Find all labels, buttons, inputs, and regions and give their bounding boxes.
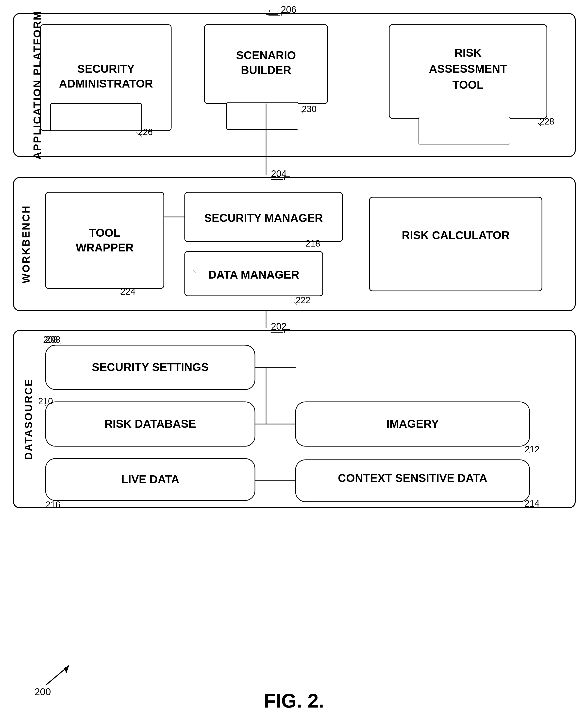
ref-202-brace: ⌐	[283, 323, 290, 337]
context-sensitive-box	[296, 460, 530, 502]
ref-222-path	[294, 302, 297, 304]
ref-208-label: 208	[46, 335, 60, 345]
datasource-label: DATASOURCE	[23, 379, 34, 460]
datasource-box	[14, 330, 575, 508]
ref-228-path	[538, 123, 541, 126]
ref-206-curve: ⌐	[269, 5, 274, 15]
risk-assessment-inner-box	[419, 117, 510, 144]
ref-230-path	[300, 111, 303, 114]
ref-204-brace: ⌐	[283, 170, 290, 184]
scenario-builder-label: SCENARIO	[236, 49, 296, 62]
imagery-label: IMAGERY	[386, 417, 439, 430]
ref-216: 216	[46, 500, 60, 510]
security-admin-label2: ADMINISTRATOR	[59, 77, 153, 90]
arrow-200-line	[46, 666, 69, 685]
live-data-label: LIVE DATA	[121, 473, 179, 486]
ref-204: 204	[271, 169, 287, 179]
security-admin-label: SECURITY	[77, 62, 135, 75]
ref-222: 222	[296, 295, 310, 305]
ref-208: 208	[43, 335, 58, 345]
risk-assessment-box	[389, 25, 547, 118]
data-manager-label: DATA MANAGER	[208, 268, 299, 281]
security-settings-box	[46, 345, 255, 389]
ref-220: 220	[190, 263, 205, 273]
ref-202: 202	[271, 321, 287, 331]
tool-wrapper-label1: TOOL	[89, 226, 121, 239]
ref-224-path	[120, 293, 122, 295]
risk-calculator-label1: RISK CALCULATOR	[402, 229, 510, 242]
scenario-builder-label2: BUILDER	[241, 64, 291, 76]
scenario-builder-inner-box	[227, 102, 298, 129]
imagery-box	[296, 402, 530, 446]
ref-226: 226	[138, 127, 153, 137]
ref-212: 212	[525, 444, 540, 454]
ref-224: 224	[121, 286, 135, 297]
security-manager-label: SECURITY MANAGER	[204, 211, 323, 224]
ref-220-path	[193, 270, 196, 272]
arrow-200-head	[64, 666, 69, 673]
ref-200: 200	[35, 686, 51, 697]
ref-226-path	[139, 134, 142, 136]
ref-230: 230	[302, 104, 317, 114]
ref-206: 206	[281, 4, 296, 15]
security-manager-box	[185, 192, 342, 242]
workbench-label: WORKBENCH	[20, 205, 32, 283]
risk-assessment-label2: ASSESSMENT	[429, 62, 507, 75]
security-admin-inner-box	[50, 104, 142, 131]
data-manager-box	[185, 251, 323, 296]
fig-caption: FIG. 2.	[264, 690, 324, 712]
scenario-builder-box	[205, 25, 328, 104]
tool-wrapper-label2: WRAPPER	[76, 241, 133, 254]
app-platform-label: APPLICATION PLATFORM	[31, 11, 43, 159]
risk-database-box	[46, 402, 255, 446]
context-sensitive-label1: CONTEXT SENSITIVE DATA	[338, 472, 487, 484]
risk-calculator-box	[370, 197, 542, 291]
risk-assessment-label3: TOOL	[453, 78, 484, 91]
security-admin-box	[41, 25, 171, 131]
live-data-box	[46, 459, 255, 501]
tool-wrapper-box	[46, 192, 164, 288]
ref-206-brace: ⌐	[281, 6, 288, 19]
risk-assessment-label1: RISK	[455, 46, 482, 59]
ref-228: 228	[540, 116, 554, 126]
ref-210: 210	[38, 396, 53, 406]
risk-database-label: RISK DATABASE	[104, 417, 196, 430]
security-settings-label: SECURITY SETTINGS	[92, 361, 209, 373]
app-platform-box	[14, 14, 575, 157]
workbench-box	[14, 178, 575, 311]
ref-218: 218	[306, 238, 320, 248]
ref-214: 214	[525, 499, 540, 509]
